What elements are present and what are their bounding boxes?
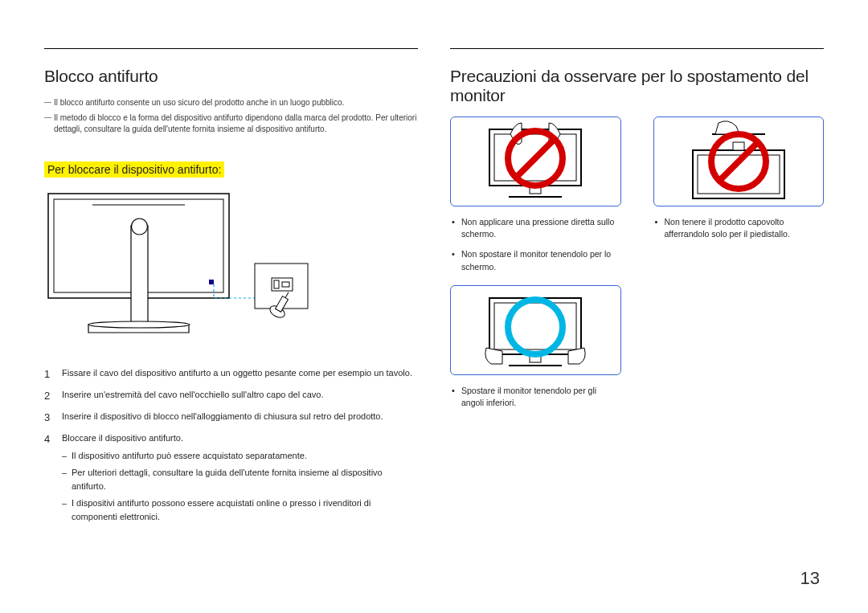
precaution-bullets: Non applicare una pressione diretta sull… — [450, 216, 621, 273]
monitor-upsidedown-no-icon — [662, 116, 815, 206]
step-item: Fissare il cavo del dispositivo antifurt… — [44, 366, 418, 380]
section-heading-antitheft: Blocco antifurto — [44, 67, 418, 86]
svg-rect-6 — [209, 280, 214, 284]
bullet-text: Non spostare il monitor tenendolo per lo… — [450, 248, 621, 272]
monitor-rear-lock-icon — [44, 190, 334, 346]
step-subnotes: Il dispositivo antifurto può essere acqu… — [62, 449, 418, 524]
step-subnote: Per ulteriori dettagli, consultare la gu… — [62, 466, 418, 493]
diagram-monitor-lock — [44, 190, 418, 346]
note-block: Il blocco antifurto consente un uso sicu… — [44, 97, 418, 136]
svg-point-5 — [88, 321, 190, 328]
precaution-item: Non tenere il prodotto capovolto afferra… — [653, 116, 825, 285]
precaution-item: Spostare il monitor tenendolo per gli an… — [450, 285, 621, 421]
bullet-text: Non applicare una pressione diretta sull… — [450, 216, 621, 240]
diagram-hold-corners-correct — [450, 285, 621, 375]
page-number: 13 — [800, 568, 820, 589]
precaution-bullets: Non tenere il prodotto capovolto afferra… — [653, 216, 825, 240]
step-item: Inserire il dispositivo di blocco nell'a… — [44, 410, 418, 423]
note-line: Il blocco antifurto consente un uso sicu… — [44, 97, 418, 109]
note-line: Il metodo di blocco e la forma del dispo… — [44, 112, 418, 136]
precaution-bullets: Spostare il monitor tenendolo per gli an… — [450, 385, 621, 409]
right-column: Precauzioni da osservare per lo spostame… — [450, 48, 824, 532]
step-subnote: I dispositivi antifurto possono essere a… — [62, 497, 418, 524]
left-column: Blocco antifurto Il blocco antifurto con… — [44, 48, 418, 532]
diagram-press-screen-forbidden — [450, 116, 621, 206]
steps-list: Fissare il cavo del dispositivo antifurt… — [44, 366, 418, 524]
svg-rect-22 — [733, 142, 744, 150]
precaution-row: Non applicare una pressione diretta sull… — [450, 116, 824, 285]
bullet-text: Spostare il monitor tenendolo per gli an… — [450, 385, 621, 409]
precaution-item: Non applicare una pressione diretta sull… — [450, 116, 621, 285]
svg-rect-3 — [131, 226, 148, 322]
monitor-press-no-icon — [459, 116, 612, 206]
step-item: Inserire un'estremità del cavo nell'occh… — [44, 388, 418, 402]
diagram-hold-stand-forbidden — [653, 116, 825, 206]
step-item: Bloccare il dispositivo antifurto. Il di… — [44, 431, 418, 524]
precaution-row: Spostare il monitor tenendolo per gli an… — [450, 285, 824, 421]
document-page: Blocco antifurto Il blocco antifurto con… — [44, 48, 824, 532]
svg-point-4 — [132, 219, 148, 235]
monitor-hold-corners-ok-icon — [459, 285, 612, 375]
section-heading-precautions: Precauzioni da osservare per lo spostame… — [450, 67, 824, 105]
bullet-text: Non tenere il prodotto capovolto afferra… — [653, 216, 825, 240]
subheading-lock-procedure: Per bloccare il dispositivo antifurto: — [44, 161, 224, 178]
step-subnote: Il dispositivo antifurto può essere acqu… — [62, 449, 418, 463]
